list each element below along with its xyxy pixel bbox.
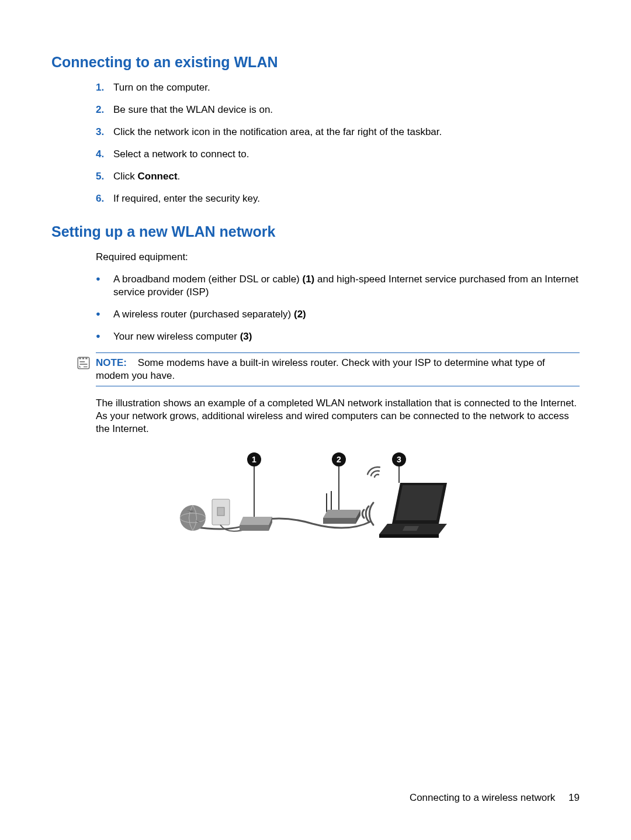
list-text: Your new wireless computer (3): [113, 330, 580, 343]
callout-1: 1: [252, 455, 256, 464]
text-prefix: A broadband modem (either DSL or cable): [113, 274, 303, 285]
step-5: 5. Click Connect.: [96, 170, 580, 183]
svg-rect-3: [85, 357, 87, 359]
bullet-list-equipment: ● A broadband modem (either DSL or cable…: [51, 273, 580, 343]
footer-section-title: Connecting to a wireless network: [410, 792, 555, 803]
illustration-description: The illustration shows an example of a c…: [51, 397, 580, 435]
text-bold: (3): [240, 331, 252, 342]
wlan-illustration: 1 2 3: [178, 448, 453, 547]
note-text: Some modems have a built-in wireless rou…: [96, 357, 545, 381]
list-text: A broadband modem (either DSL or cable) …: [113, 273, 580, 299]
list-item: ● Your new wireless computer (3): [96, 330, 580, 343]
svg-marker-26: [403, 526, 419, 531]
svg-rect-11: [240, 525, 269, 531]
step-suffix: .: [178, 171, 181, 182]
page-footer: Connecting to a wireless network 19: [410, 792, 580, 804]
bullet-icon: ●: [96, 331, 113, 341]
heading-setting-up-wlan: Setting up a new WLAN network: [51, 223, 580, 240]
page-number: 19: [568, 792, 580, 804]
list-item: ● A broadband modem (either DSL or cable…: [96, 273, 580, 299]
svg-marker-25: [379, 534, 439, 538]
list-item: ● A wireless router (purchased separatel…: [96, 308, 580, 321]
svg-rect-7: [217, 507, 224, 516]
bullet-icon: ●: [96, 309, 113, 319]
step-number: 4.: [96, 148, 113, 161]
svg-marker-10: [240, 517, 272, 525]
note-box: NOTE: Some modems have a built-in wirele…: [96, 352, 580, 386]
step-6: 6. If required, enter the security key.: [96, 192, 580, 205]
text-prefix: A wireless router (purchased separately): [113, 309, 294, 320]
step-prefix: Click: [113, 171, 138, 182]
step-number: 2.: [96, 103, 113, 116]
svg-rect-18: [323, 518, 356, 524]
step-number: 5.: [96, 170, 113, 183]
svg-rect-2: [82, 357, 84, 359]
step-number: 1.: [96, 81, 113, 94]
callout-2: 2: [337, 455, 341, 464]
step-text: Turn on the computer.: [113, 81, 580, 94]
step-4: 4. Select a network to connect to.: [96, 148, 580, 161]
note-icon: [76, 355, 91, 371]
svg-point-4: [180, 505, 206, 531]
heading-connecting-wlan: Connecting to an existing WLAN: [51, 54, 580, 71]
svg-rect-1: [79, 357, 81, 359]
ordered-list-connect-steps: 1. Turn on the computer. 2. Be sure that…: [51, 81, 580, 206]
callout-3: 3: [397, 455, 401, 464]
step-1: 1. Turn on the computer.: [96, 81, 580, 94]
list-text: A wireless router (purchased separately)…: [113, 308, 580, 321]
note-label: NOTE:: [96, 357, 127, 368]
step-text: Click the network icon in the notificati…: [113, 126, 580, 139]
step-text: Click Connect.: [113, 170, 580, 183]
svg-marker-23: [396, 485, 443, 520]
step-number: 3.: [96, 126, 113, 139]
step-bold: Connect: [138, 171, 178, 182]
document-page: Connecting to an existing WLAN 1. Turn o…: [0, 0, 631, 840]
step-number: 6.: [96, 192, 113, 205]
step-3: 3. Click the network icon in the notific…: [96, 126, 580, 139]
step-2: 2. Be sure that the WLAN device is on.: [96, 103, 580, 116]
svg-marker-17: [323, 510, 360, 518]
text-bold: (2): [294, 309, 306, 320]
step-text: Select a network to connect to.: [113, 148, 580, 161]
text-prefix: Your new wireless computer: [113, 331, 240, 342]
required-equipment-label: Required equipment:: [51, 251, 580, 264]
bullet-icon: ●: [96, 274, 113, 284]
text-bold: (1): [303, 274, 315, 285]
step-text: If required, enter the security key.: [113, 192, 580, 205]
step-text: Be sure that the WLAN device is on.: [113, 103, 580, 116]
